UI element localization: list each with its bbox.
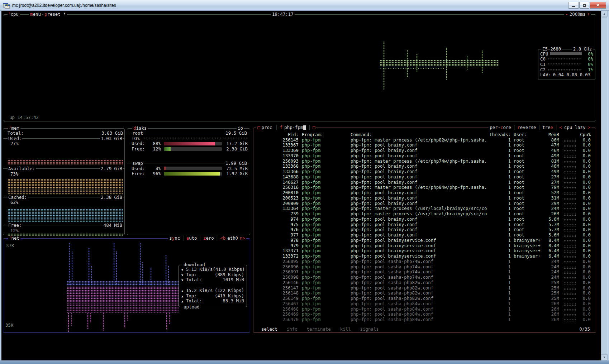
process-row[interactable]: 256097php-fpmphp-fpm: pool sasha-php74w.…: [255, 269, 591, 275]
process-row[interactable]: 133364php-fpmphp-fpm: master process (/u…: [255, 206, 591, 211]
tree-toggle[interactable]: tree: [542, 125, 553, 130]
signals-button[interactable]: signals: [360, 326, 379, 332]
scrollbar-thumb[interactable]: [601, 17, 607, 354]
upload-graph-spike: [87, 313, 89, 329]
auto-toggle[interactable]: auto: [186, 236, 197, 241]
process-row[interactable]: 256096php-fpmphp-fpm: pool sasha-php74w.…: [255, 264, 591, 269]
scroll-up-arrow-icon[interactable]: ▲: [601, 11, 608, 17]
process-pid: 978: [255, 238, 299, 243]
process-row[interactable]: 200810php-fpmphp-fpm: pool brainy.conf1r…: [255, 190, 591, 195]
sort-prev-button[interactable]: <: [559, 125, 562, 130]
net-box-title[interactable]: 3net: [8, 236, 20, 241]
menu-button[interactable]: menu: [29, 12, 42, 17]
filter-clear-icon[interactable]: □: [313, 125, 315, 130]
process-user: root: [514, 195, 546, 201]
download-graph-spike: [113, 243, 115, 285]
terminal-scrollbar[interactable]: ▲ ▼: [601, 11, 608, 360]
process-row[interactable]: 146627php-fpmphp-fpm: pool brainy.conf1r…: [255, 179, 591, 185]
process-threads: 1: [489, 269, 511, 274]
zero-toggle[interactable]: zero: [203, 236, 214, 241]
process-row[interactable]: 739php-fpmphp-fpm: master process (/usr/…: [255, 211, 591, 216]
process-row[interactable]: 256316php-fpmphp-fpm: master process (/e…: [255, 185, 591, 190]
process-threads: 1: [489, 190, 511, 195]
collapse-icon[interactable]: □: [257, 125, 260, 130]
filter-input[interactable]: php-fpm: [284, 125, 303, 130]
process-row[interactable]: 256468php-fpmphp-fpm: pool sasha-php84w.…: [255, 306, 591, 312]
preset-button[interactable]: preset *: [43, 12, 67, 17]
info-button[interactable]: info: [287, 326, 298, 332]
process-row[interactable]: 256145php-fpmphp-fpm: master process (/e…: [255, 137, 591, 143]
column-header-memory[interactable]: MemB: [546, 132, 559, 137]
process-row[interactable]: 256146php-fpmphp-fpm: pool sasha-php82w.…: [255, 280, 591, 285]
process-program: php-fpm: [302, 174, 348, 179]
process-memory: 24M: [546, 259, 559, 264]
process-row[interactable]: 976php-fpmphp-fpm: pool brainy.conf1root…: [255, 227, 591, 233]
process-pid: 977: [255, 232, 299, 238]
process-memory-graph: [563, 203, 576, 205]
sync-toggle[interactable]: sync: [169, 236, 180, 241]
process-row[interactable]: 133371php-fpmphp-fpm: pool brainyservice…: [255, 248, 591, 254]
process-memory-graph: [563, 266, 576, 269]
process-program: php-fpm: [302, 163, 348, 169]
process-row[interactable]: 200809php-fpmphp-fpm: pool brainy.conf1r…: [255, 201, 591, 206]
process-row[interactable]: 200523php-fpmphp-fpm: pool brainy.conf1r…: [255, 195, 591, 201]
process-row[interactable]: 979php-fpmphp-fpm: pool brainyservice.co…: [255, 243, 591, 248]
process-row[interactable]: 256095php-fpmphp-fpm: pool sasha-php74w.…: [255, 259, 591, 264]
process-row[interactable]: 133370php-fpmphp-fpm: pool brainy.conf1r…: [255, 153, 591, 158]
select-button[interactable]: select: [261, 326, 277, 332]
process-row[interactable]: 256093php-fpmphp-fpm: master process (/e…: [255, 158, 591, 164]
process-row[interactable]: 133372php-fpmphp-fpm: pool brainyservice…: [255, 253, 591, 259]
column-header-threads[interactable]: Threads:: [489, 132, 511, 137]
process-row[interactable]: 256148php-fpmphp-fpm: pool sasha-php82w.…: [255, 291, 591, 296]
column-header-command[interactable]: Command:: [351, 132, 489, 137]
column-header-cpu[interactable]: Cpu%: [576, 132, 591, 137]
process-row[interactable]: 978php-fpmphp-fpm: pool brainyservice.co…: [255, 238, 591, 243]
iface-next-button[interactable]: n>: [240, 236, 245, 241]
sort-next-button[interactable]: >: [588, 125, 590, 130]
process-row[interactable]: 133366php-fpmphp-fpm: pool brainy.conf1r…: [255, 169, 591, 174]
process-row[interactable]: 256470php-fpmphp-fpm: pool sasha-php84w.…: [255, 317, 591, 322]
terminate-button[interactable]: terminate: [307, 326, 331, 332]
process-pid: 133372: [255, 253, 299, 259]
kill-button[interactable]: kill: [340, 326, 351, 332]
process-row[interactable]: 977php-fpmphp-fpm: pool brainy.conf1root…: [255, 232, 591, 238]
process-row[interactable]: 143688php-fpmphp-fpm: pool brainy.conf1r…: [255, 174, 591, 179]
per-core-toggle[interactable]: per-core: [490, 125, 511, 130]
process-command: php-fpm: pool sasha-php84w.conf: [351, 311, 489, 317]
process-row[interactable]: 133367php-fpmphp-fpm: pool brainy.conf1r…: [255, 143, 591, 148]
reverse-toggle[interactable]: reverse: [517, 125, 536, 130]
process-memory: 6.4M: [546, 253, 559, 259]
process-row[interactable]: 256149php-fpmphp-fpm: pool sasha-php82w.…: [255, 296, 591, 301]
interval-increase-button[interactable]: +: [587, 12, 590, 17]
column-header-program[interactable]: Program:: [302, 132, 348, 137]
window-titlebar[interactable]: mc [root@a202.itdeveloper.com.ua]:/home/…: [0, 0, 609, 11]
proc-options: per-core│reverse│tree│<cpu lazy>: [489, 125, 591, 130]
process-command: php-fpm: pool sasha-php82w.conf: [351, 296, 489, 301]
process-row[interactable]: 975php-fpmphp-fpm: pool brainy.conf1root…: [255, 222, 591, 227]
iface-prev-button[interactable]: <b: [220, 236, 225, 241]
process-row[interactable]: 256147php-fpmphp-fpm: pool sasha-php82w.…: [255, 285, 591, 291]
maximize-button[interactable]: [579, 2, 589, 9]
interval-decrease-button[interactable]: -: [565, 12, 568, 17]
scroll-down-arrow-icon[interactable]: ▼: [601, 354, 608, 360]
process-row[interactable]: 974php-fpmphp-fpm: pool brainy.conf1root…: [255, 216, 591, 222]
filter-key[interactable]: f: [280, 125, 284, 130]
process-row[interactable]: 256467php-fpmphp-fpm: pool sasha-php84w.…: [255, 301, 591, 306]
process-row[interactable]: 133368php-fpmphp-fpm: pool brainy.conf1r…: [255, 164, 591, 169]
minimize-button[interactable]: [568, 2, 579, 9]
cpu-box-title[interactable]: 1cpu: [8, 12, 20, 17]
process-cpu: 0.0: [576, 248, 591, 253]
column-header-user[interactable]: User:: [514, 132, 546, 137]
close-button[interactable]: ✕: [590, 2, 606, 9]
process-pid: 133367: [255, 142, 299, 148]
proc-title-text[interactable]: proc: [260, 125, 273, 130]
process-row[interactable]: 256469php-fpmphp-fpm: pool sasha-php84w.…: [255, 312, 591, 317]
process-memory-graph: [563, 144, 576, 147]
process-memory-graph: [563, 197, 576, 200]
process-row[interactable]: 133369php-fpmphp-fpm: pool brainy.conf1r…: [255, 148, 591, 153]
cpu-box: 1cpu menu preset * 19:47:17 - 2000ms + E…: [3, 14, 596, 121]
process-cpu: 0.0: [576, 211, 591, 216]
process-row[interactable]: 256098php-fpmphp-fpm: pool sasha-php74w.…: [255, 274, 591, 280]
core-row: C0 0%: [538, 57, 595, 62]
column-header-pid[interactable]: Pid:: [255, 132, 299, 137]
